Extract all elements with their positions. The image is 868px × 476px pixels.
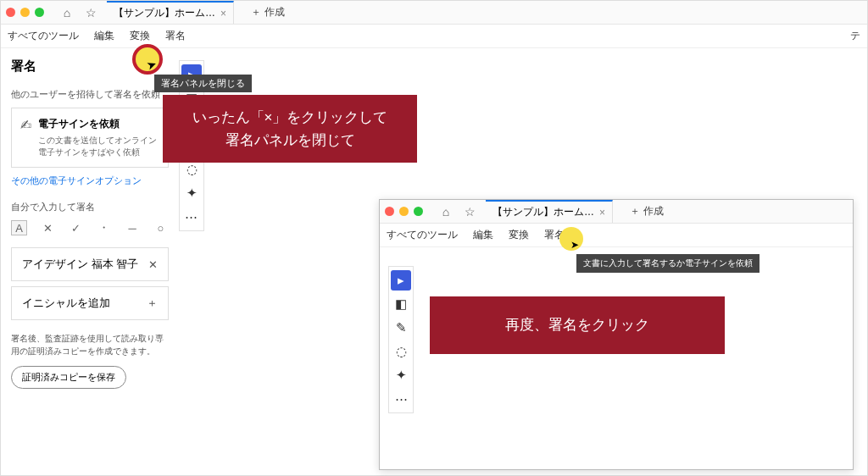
shape-tools-row: A ✕ ✓ ・ ─ ○ [11,220,169,235]
tool-shape[interactable]: ◌ [391,341,411,362]
tool-stamp[interactable]: ✦ [391,365,411,385]
shape-circle[interactable]: ○ [153,220,169,235]
tab-close-icon[interactable]: × [220,8,226,19]
tab-title: 【サンプル】ホーム… [492,205,594,219]
other-esign-options-link[interactable]: その他の電子サインオプション [11,174,169,187]
inset-titlebar: ⌂ ☆ 【サンプル】ホーム… × ＋ 作成 [380,200,853,224]
inset-window-controls [385,207,423,216]
inset-vertical-toolbar: ▸ ◧ ✎ ◌ ✦ ⋯ [388,266,414,413]
menu-convert[interactable]: 変換 [130,29,150,43]
add-initials-entry[interactable]: イニシャルを追加 ＋ [11,286,169,320]
tool-draw[interactable]: ✎ [391,318,411,338]
menubar: すべてのツール 編集 変換 署名 テ [1,25,867,48]
shape-check[interactable]: ✓ [68,220,84,235]
favorite-icon[interactable]: ☆ [83,6,98,19]
close-window-icon[interactable] [385,207,394,216]
close-window-icon[interactable] [6,8,15,17]
shape-x[interactable]: ✕ [39,220,55,235]
callout-close-panel: いったん「×」をクリックして署名パネルを閉じて [163,95,417,163]
tool-stamp[interactable]: ✦ [181,183,202,203]
tool-more[interactable]: ⋯ [181,207,202,227]
sign-menu-tooltip: 文書に入力して署名するか電子サインを依頼 [576,254,760,273]
signature-panel: 署名 他のユーザーを招待して署名を依頼 ✍︎ 電子サインを依頼 この文書を送信し… [1,48,179,472]
esign-desc: この文書を送信してオンライン電子サインをすばやく依頼 [38,135,159,158]
menu-right-truncated: テ [850,29,860,43]
menu-all-tools[interactable]: すべてのツール [387,228,458,242]
esign-icon: ✍︎ [20,117,31,158]
plus-icon: ＋ [630,204,640,219]
certified-note: 署名後、監査証跡を使用して読み取り専用の証明済みコピーを作成できます。 [11,332,169,357]
home-icon[interactable]: ⌂ [59,6,75,19]
tool-more[interactable]: ⋯ [391,389,411,409]
cursor-icon: ➤ [570,239,579,251]
menu-all-tools[interactable]: すべてのツール [8,29,79,43]
close-panel-tooltip: 署名パネルを閉じる [154,75,252,92]
maximize-window-icon[interactable] [35,8,44,17]
home-icon[interactable]: ⌂ [438,205,453,219]
tool-pointer[interactable]: ▸ [391,270,411,291]
inset-document-tab[interactable]: 【サンプル】ホーム… × [486,200,613,223]
plus-icon: ＋ [251,5,261,19]
callout-click-sign: 再度、署名をクリック [430,296,725,354]
request-esign-box[interactable]: ✍︎ 電子サインを依頼 この文書を送信してオンライン電子サインをすばやく依頼 [11,108,169,168]
inset-new-tab-button[interactable]: ＋ 作成 [621,201,672,222]
favorite-icon[interactable]: ☆ [462,205,477,219]
window-controls [6,8,44,17]
signature-entry[interactable]: アイデザイン 福本 智子 ✕ [11,247,169,281]
menu-convert[interactable]: 変換 [509,228,529,242]
tab-title: 【サンプル】ホーム… [114,6,215,20]
document-tab[interactable]: 【サンプル】ホーム… × [107,1,234,24]
remove-signature-icon[interactable]: ✕ [148,258,158,271]
minimize-window-icon[interactable] [399,207,409,216]
shape-dot[interactable]: ・ [96,220,112,235]
shape-line[interactable]: ─ [124,220,140,235]
inset-menubar: すべてのツール 編集 変換 署名 [380,224,853,247]
menu-edit[interactable]: 編集 [473,228,493,242]
save-certified-button[interactable]: 証明済みコピーを保存 [11,366,126,389]
signature-name: アイデザイン 福本 智子 [22,257,138,272]
minimize-window-icon[interactable] [20,8,30,17]
maximize-window-icon[interactable] [414,207,423,216]
esign-title: 電子サインを依頼 [38,117,159,131]
menu-edit[interactable]: 編集 [94,29,114,43]
tab-close-icon[interactable]: × [599,207,605,219]
tool-comment[interactable]: ◧ [391,294,411,314]
add-initials-label: イニシャルを追加 [22,296,110,311]
menu-sign[interactable]: 署名 [165,29,186,43]
new-tab-button[interactable]: ＋ 作成 [242,2,293,23]
shape-text[interactable]: A [11,220,27,235]
self-sign-header: 自分で入力して署名 [11,201,169,213]
new-tab-label: 作成 [643,204,664,219]
new-tab-label: 作成 [264,5,285,19]
invite-header: 他のユーザーを招待して署名を依頼 [11,88,169,101]
add-initials-plus-icon[interactable]: ＋ [147,296,158,311]
titlebar: ⌂ ☆ 【サンプル】ホーム… × ＋ 作成 [1,1,867,25]
